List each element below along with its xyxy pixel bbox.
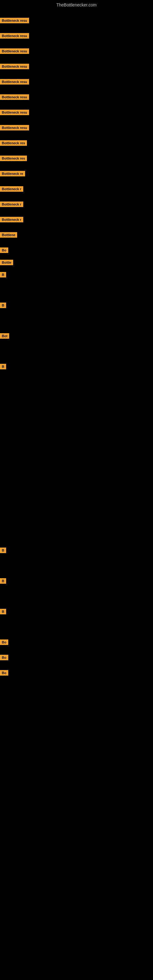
bottleneck-result-button-2[interactable]: Bottleneck resu (0, 33, 29, 38)
bottleneck-result-button-11[interactable]: Bottleneck re (0, 171, 25, 177)
bottleneck-result-button-25[interactable]: Bo (0, 640, 8, 645)
bottleneck-result-button-21[interactable]: B (0, 364, 6, 369)
bottleneck-result-button-26[interactable]: Bo (0, 655, 8, 660)
bottleneck-result-button-1[interactable]: Bottleneck resu (0, 18, 29, 23)
bottleneck-result-button-9[interactable]: Bottleneck res (0, 140, 27, 146)
bottleneck-result-button-24[interactable]: B (0, 609, 6, 614)
bottleneck-result-button-20[interactable]: Bot (0, 333, 9, 339)
bottleneck-result-button-3[interactable]: Bottleneck resu (0, 48, 29, 54)
bottleneck-result-button-14[interactable]: Bottleneck r (0, 217, 23, 222)
bottleneck-result-button-27[interactable]: Bo (0, 670, 8, 676)
bottleneck-result-button-5[interactable]: Bottleneck resu (0, 79, 29, 84)
bottleneck-result-button-4[interactable]: Bottleneck resu (0, 64, 29, 69)
bottleneck-result-button-22[interactable]: B (0, 547, 6, 553)
site-title: TheBottlenecker.com (0, 0, 153, 9)
bottleneck-result-button-10[interactable]: Bottleneck res (0, 156, 27, 161)
bottleneck-result-button-7[interactable]: Bottleneck resu (0, 110, 29, 115)
bottleneck-result-button-15[interactable]: Bottlene (0, 232, 17, 238)
bottleneck-result-button-6[interactable]: Bottleneck resu (0, 94, 29, 100)
bottleneck-result-button-18[interactable]: B (0, 272, 6, 277)
bottleneck-result-button-13[interactable]: Bottleneck r (0, 202, 23, 207)
bottleneck-result-button-12[interactable]: Bottleneck r (0, 186, 23, 192)
bottleneck-result-button-19[interactable]: B (0, 302, 6, 308)
bottleneck-result-button-17[interactable]: Bottle (0, 260, 13, 265)
bottleneck-result-button-8[interactable]: Bottleneck resu (0, 125, 29, 130)
bottleneck-result-button-16[interactable]: Bo (0, 247, 8, 253)
bottleneck-result-button-23[interactable]: B (0, 578, 6, 584)
